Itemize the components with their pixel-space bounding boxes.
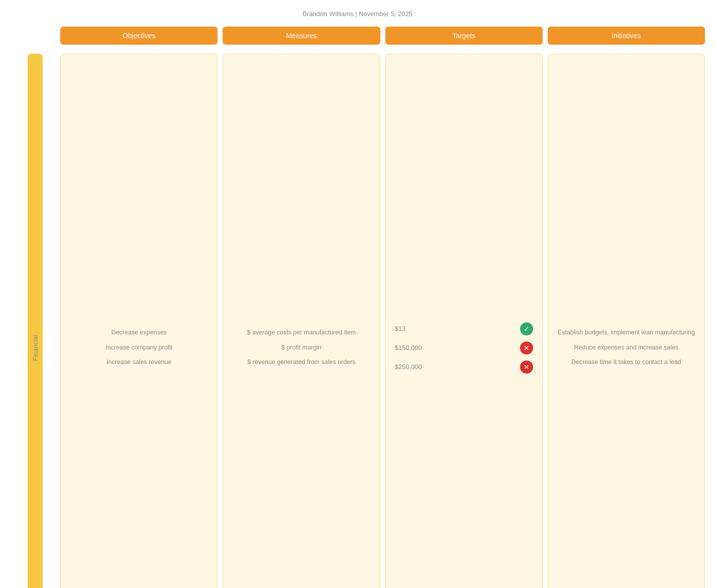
row-cells-0: Decrease expensesIncrease company profit… [60, 54, 705, 588]
target-row-0-0: $13✓ [392, 322, 536, 335]
measure-text-0-1: $ profit margin [229, 343, 373, 352]
header-initiatives: Initiatives [548, 27, 705, 45]
initiative-text-0-2: Decrease time it takes to contact a lead [554, 358, 698, 367]
initiatives-cell-0: Establish budgets, implement lean manufa… [548, 54, 705, 588]
targets-cell-0: $13✓$150,000✕$250,000✕ [385, 54, 543, 588]
header-row: Objectives Measures Targets Initiatives [60, 27, 705, 45]
x-icon-0-1: ✕ [520, 341, 533, 355]
objective-text-0-2: Increase sales revenue [67, 358, 211, 367]
header-measures: Measures [223, 27, 380, 45]
target-row-0-2: $250,000✕ [392, 361, 536, 374]
check-icon-0-0: ✓ [520, 322, 533, 335]
body-rows: FinancialDecrease expensesIncrease compa… [10, 54, 705, 588]
initiative-text-0-0: Establish budgets, implement lean manufa… [554, 328, 698, 337]
objectives-cell-0: Decrease expensesIncrease company profit… [60, 54, 218, 588]
initiative-text-0-1: Reduce expenses and increase sales [554, 343, 698, 352]
target-row-0-1: $150,000✕ [392, 341, 536, 355]
row-label-0: Financial [10, 54, 60, 588]
target-value-0-1: $150,000 [395, 344, 422, 351]
measure-text-0-0: $ average costs per manufactured item [229, 328, 373, 337]
objective-text-0-1: Increase company profit [67, 343, 211, 352]
section-financial: FinancialDecrease expensesIncrease compa… [10, 54, 705, 588]
measures-cell-0: $ average costs per manufactured item$ p… [223, 54, 380, 588]
x-icon-0-2: ✕ [520, 361, 533, 374]
target-value-0-2: $250,000 [395, 363, 422, 371]
header-objectives: Objectives [60, 27, 218, 45]
title-bar: Brandon Williams | November 5, 2025 [10, 10, 705, 18]
row-label-text-0: Financial [28, 54, 43, 588]
objective-text-0-0: Decrease expenses [67, 328, 211, 337]
header-targets: Targets [385, 27, 543, 45]
measure-text-0-2: $ revenue generated from sales orders [229, 358, 373, 367]
target-value-0-0: $13 [395, 325, 406, 332]
